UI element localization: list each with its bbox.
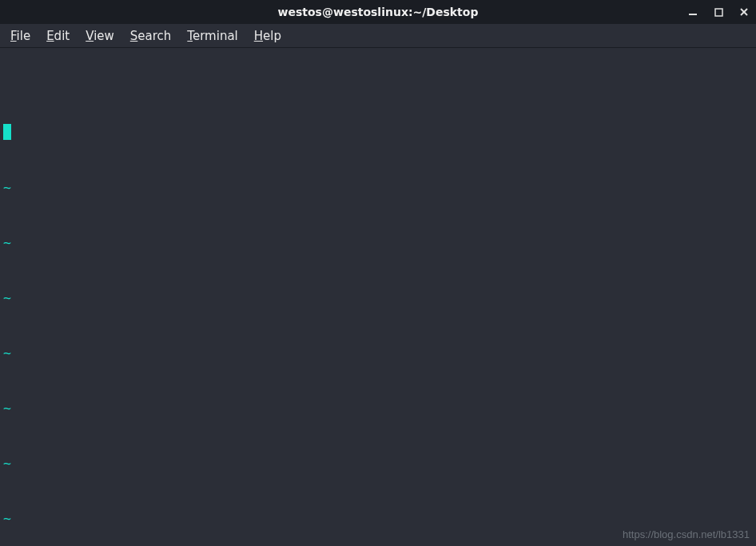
empty-line: ~	[3, 178, 753, 197]
menu-terminal[interactable]: Terminal	[179, 26, 245, 46]
watermark: https://blog.csdn.net/lb1331	[623, 525, 750, 544]
cursor-line	[3, 123, 753, 141]
minimize-button[interactable]	[687, 6, 698, 18]
top-pane: ~ ~ ~ ~ ~ ~ ~ ~ ~ ~ ~	[3, 86, 753, 546]
cursor-block	[3, 124, 11, 140]
empty-line: ~	[3, 289, 753, 307]
empty-line: ~	[3, 233, 753, 252]
titlebar: westos@westoslinux:~/Desktop	[0, 0, 756, 24]
empty-line: ~	[3, 344, 753, 362]
empty-line: ~	[3, 454, 753, 472]
close-button[interactable]	[738, 6, 750, 18]
empty-line: ~	[3, 399, 753, 417]
window-title: westos@westoslinux:~/Desktop	[278, 6, 479, 18]
menu-file[interactable]: File	[2, 26, 38, 46]
menu-help[interactable]: Help	[246, 26, 289, 46]
menubar: File Edit View Search Terminal Help	[0, 24, 756, 48]
window-controls	[687, 0, 750, 24]
svg-rect-1	[715, 9, 722, 16]
terminal-area[interactable]: ~ ~ ~ ~ ~ ~ ~ ~ ~ ~ ~ fiel2 0,0-1 All 10…	[0, 48, 756, 546]
menu-view[interactable]: View	[78, 26, 122, 46]
menu-search[interactable]: Search	[122, 26, 180, 46]
menu-edit[interactable]: Edit	[38, 26, 78, 46]
maximize-button[interactable]	[713, 6, 724, 18]
